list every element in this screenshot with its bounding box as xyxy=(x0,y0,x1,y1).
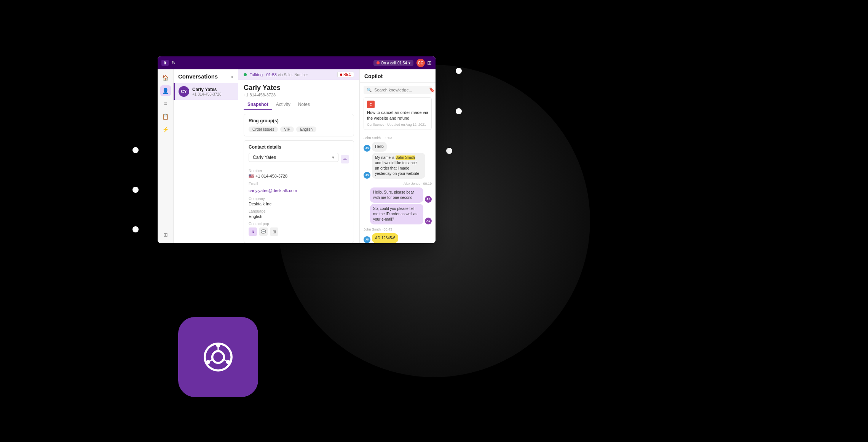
contact-pop-field: Contact pop it 💬 ⊞ xyxy=(249,222,349,236)
user-avatar[interactable]: CG xyxy=(416,59,425,67)
sidebar-clipboard-icon[interactable]: 📋 xyxy=(160,111,171,122)
copilot-search-bar[interactable]: 🔍 🔖 xyxy=(364,86,432,94)
company-label: Company xyxy=(249,197,349,201)
decorative-dot xyxy=(132,147,139,153)
conversations-title: Conversations xyxy=(178,73,218,80)
ring-groups-title: Ring group(s) xyxy=(249,118,349,123)
number-label: Number xyxy=(249,169,349,173)
conversations-panel: Conversations « CY Carly Yates +1 814-45… xyxy=(174,69,238,243)
detail-panel: Talking · 01:58 via Sales Number REC Car… xyxy=(238,69,359,243)
dropdown-arrow-icon: ▾ xyxy=(332,155,334,160)
bookmark-icon[interactable]: 🔖 xyxy=(429,87,435,93)
svg-point-1 xyxy=(212,351,224,363)
main-content: 🏠 👤 ≡ 📋 ⚡ ⊞ Conversations « CY Carly Yat… xyxy=(158,69,436,243)
call-dot xyxy=(377,61,380,64)
sidebar-contact-icon[interactable]: 👤 xyxy=(160,85,171,96)
language-label: Language xyxy=(249,209,349,213)
contact-pop-icons: it 💬 ⊞ xyxy=(249,227,349,236)
app-icon[interactable] xyxy=(178,317,258,397)
contact-header: Carly Yates +1 814-458-3728 xyxy=(238,80,359,99)
contact-dropdown-value: Carly Yates xyxy=(253,155,276,160)
decorative-dot xyxy=(456,108,462,114)
search-icon: 🔍 xyxy=(367,88,372,93)
kb-title: How to cancel an order made via the webs… xyxy=(367,110,428,122)
msg-row-3a: JS AD 12345-6 xyxy=(364,233,432,243)
rec-badge: REC xyxy=(337,72,354,77)
msg-sender-2: Alex Jones · 00:19 xyxy=(364,182,432,186)
msg-row-1a: JS Hello xyxy=(364,142,432,152)
tab-snapshot[interactable]: Snapshot xyxy=(244,99,272,110)
contact-details-card: Contact details Carly Yates ▾ ✏ Number 🇺… xyxy=(244,140,354,243)
decorative-dot xyxy=(456,68,462,74)
call-status-text: Talking · 01:58 via Sales Number xyxy=(250,72,308,77)
sidebar-list-icon[interactable]: ≡ xyxy=(160,98,171,109)
sidebar-home-icon[interactable]: 🏠 xyxy=(160,72,171,83)
cp-icon-grid[interactable]: ⊞ xyxy=(270,227,278,236)
contact-details-title: Contact details xyxy=(249,144,349,150)
chat-area: John Smith · 00:03 JS Hello JS My name i… xyxy=(360,133,436,243)
ring-groups-tags: Order Issues VIP English xyxy=(249,127,349,132)
copilot-search-input[interactable] xyxy=(374,88,427,92)
language-field: Language English xyxy=(249,209,349,219)
msg-bubble-order-id: AD 12345-6 xyxy=(372,233,398,243)
conv-contact-phone: +1 814-458-3728 xyxy=(192,92,234,96)
msg-row-1b: JS My name is John Smith and I would lik… xyxy=(364,153,432,179)
sidebar: 🏠 👤 ≡ 📋 ⚡ ⊞ xyxy=(158,69,174,243)
contact-pop-label: Contact pop xyxy=(249,222,349,226)
call-time: 01:54 xyxy=(397,61,407,65)
refresh-icon[interactable]: ↻ xyxy=(172,60,176,66)
msg-group-2: Alex Jones · 00:19 AJ Hello. Sure, pleas… xyxy=(364,182,432,224)
conv-contact-name: Carly Yates xyxy=(192,87,234,92)
collapse-button[interactable]: « xyxy=(230,74,233,80)
conv-avatar: CY xyxy=(179,86,189,97)
msg-row-2b: AJ So, could you please tell me the ID o… xyxy=(364,204,432,224)
ring-groups-card: Ring group(s) Order Issues VIP English xyxy=(244,114,354,136)
sidebar-link-icon[interactable]: ⚡ xyxy=(160,124,171,135)
email-value[interactable]: carly.yates@desktalk.com xyxy=(249,188,297,193)
msg-avatar-js3: JS xyxy=(364,236,370,243)
language-value: English xyxy=(249,214,349,219)
call-banner: Talking · 01:58 via Sales Number REC xyxy=(238,69,359,80)
tag-vip: VIP xyxy=(280,127,294,132)
grid-icon[interactable]: ⊞ xyxy=(427,60,432,66)
email-label: Email xyxy=(249,182,349,186)
number-value: 🇺🇸+1 814-458-3728 xyxy=(249,174,349,179)
kb-result[interactable]: C How to cancel an order made via the we… xyxy=(364,97,432,130)
decorative-dot xyxy=(132,187,139,193)
msg-bubble-id: So, could you please tell me the ID orde… xyxy=(370,204,423,224)
conversation-item[interactable]: CY Carly Yates +1 814-458-3728 xyxy=(174,83,238,100)
decorative-dot xyxy=(446,148,452,154)
app-window: it ↻ On a call 01:54 ▾ CG ⊞ 🏠 👤 ≡ 📋 ⚡ ⊞ … xyxy=(158,56,436,243)
cp-icon-it[interactable]: it xyxy=(249,227,257,236)
logo: it xyxy=(161,60,169,66)
kb-meta: Confluence · Updated on Aug 12, 2021 xyxy=(367,123,428,127)
contact-dropdown[interactable]: Carly Yates ▾ xyxy=(249,153,338,162)
msg-bubble-sure: Hello. Sure, please bear with me for one… xyxy=(370,187,423,203)
tag-order-issues: Order Issues xyxy=(249,127,278,132)
company-value: Desktalk Inc. xyxy=(249,202,349,206)
sidebar-grid-icon[interactable]: ⊞ xyxy=(160,229,171,240)
msg-avatar-js2: JS xyxy=(364,172,370,179)
conversations-header: Conversations « xyxy=(174,69,238,83)
detail-content: Ring group(s) Order Issues VIP English C… xyxy=(238,110,359,243)
msg-avatar-js: JS xyxy=(364,145,370,152)
email-field: Email carly.yates@desktalk.com xyxy=(249,182,349,194)
cp-icon-chat[interactable]: 💬 xyxy=(259,227,268,236)
call-chevron[interactable]: ▾ xyxy=(408,61,410,65)
tab-notes[interactable]: Notes xyxy=(294,99,314,110)
tab-activity[interactable]: Activity xyxy=(272,99,294,110)
call-label: On a call xyxy=(381,61,396,65)
msg-bubble-cancel: My name is John Smith and I would like t… xyxy=(372,153,425,179)
contact-phone: +1 814-458-3728 xyxy=(244,93,354,97)
copilot-title: Copilot xyxy=(364,73,383,79)
contact-edit-button[interactable]: ✏ xyxy=(341,155,349,163)
msg-sender-1: John Smith · 00:03 xyxy=(364,136,432,140)
tag-english: English xyxy=(296,127,316,132)
msg-row-2a: AJ Hello. Sure, please bear with me for … xyxy=(364,187,432,203)
call-status-dot xyxy=(244,73,247,76)
copilot-header: Copilot xyxy=(360,69,436,83)
msg-group-3: John Smith · 00:43 JS AD 12345-6 JS joao… xyxy=(364,227,432,243)
msg-avatar-aj2: AJ xyxy=(425,218,432,224)
msg-avatar-aj: AJ xyxy=(425,196,432,203)
msg-group-1: John Smith · 00:03 JS Hello JS My name i… xyxy=(364,136,432,179)
